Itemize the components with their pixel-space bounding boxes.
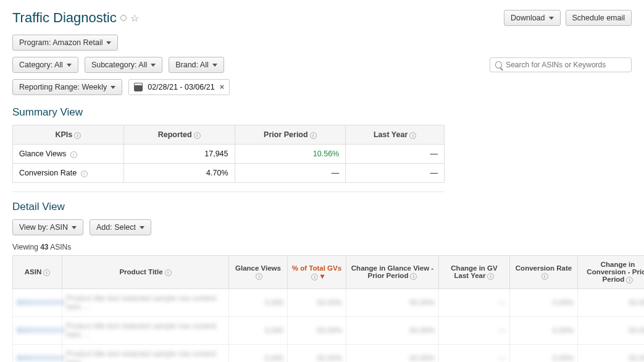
info-icon[interactable]: i <box>409 132 416 139</box>
cell-title: Product title text redacted sample row c… <box>62 289 229 317</box>
program-filter-label: Program: Amazon Retail <box>19 38 102 47</box>
info-icon[interactable]: i <box>626 277 633 284</box>
divider <box>12 192 445 192</box>
cell-title: Product title text redacted sample row c… <box>62 345 229 363</box>
reporting-range-label: Reporting Range: Weekly <box>19 83 107 91</box>
view-by-filter[interactable]: View by: ASIN <box>12 219 83 235</box>
cell-gv: 0,000 <box>229 317 288 345</box>
cell-title: Product title text redacted sample row c… <box>62 317 229 345</box>
cell-chg-prior: 00.00% <box>346 289 439 317</box>
summary-row: Conversion Rate i4.70%—— <box>13 164 445 183</box>
date-range-text: 02/28/21 - 03/06/21 <box>148 83 214 91</box>
info-icon[interactable]: i <box>43 269 50 276</box>
table-row: B00XXXXXXXProduct title text redacted sa… <box>13 345 645 363</box>
subcategory-filter[interactable]: Subcategory: All <box>85 57 162 73</box>
date-range-picker[interactable]: 02/28/21 - 03/06/21 × <box>128 79 230 95</box>
cell-chg-ly: — <box>439 345 510 363</box>
kpi-label: Conversion Rate i <box>13 164 124 183</box>
info-icon[interactable]: i <box>310 132 317 139</box>
cell-chg-conv: 00.00% <box>578 289 645 317</box>
summary-row: Glance Views i17,94510.56%— <box>13 145 445 164</box>
clear-date-icon[interactable]: × <box>220 83 224 91</box>
chevron-down-icon <box>151 64 156 67</box>
chevron-down-icon <box>72 226 77 229</box>
info-icon[interactable]: i <box>410 273 417 280</box>
cell-asin: B00XXXXXXX <box>13 317 62 345</box>
reporting-range-filter[interactable]: Reporting Range: Weekly <box>12 79 122 95</box>
kpi-label: Glance Views i <box>13 145 124 164</box>
sort-desc-icon: ▾ <box>320 272 324 280</box>
info-icon[interactable]: i <box>165 269 172 276</box>
download-button[interactable]: Download <box>504 10 561 26</box>
kpi-reported: 17,945 <box>123 145 235 164</box>
cell-chg-prior: 00.00% <box>346 317 439 345</box>
cell-pct: 00.00% <box>288 289 346 317</box>
schedule-email-label: Schedule email <box>572 14 625 22</box>
col-reported[interactable]: Reportedi <box>123 125 235 145</box>
col-pct-total-gvs[interactable]: % of Total GVsi ▾ <box>288 256 346 289</box>
cell-gv: 0,000 <box>229 345 288 363</box>
col-asin[interactable]: ASINi <box>13 256 62 289</box>
col-product-title[interactable]: Product Titlei <box>62 256 229 289</box>
col-kpis[interactable]: KPIsi <box>13 125 124 145</box>
add-select-label: Add: Select <box>96 223 136 232</box>
col-prior[interactable]: Prior Periodi <box>235 125 346 145</box>
schedule-email-button[interactable]: Schedule email <box>566 10 632 26</box>
col-last-year[interactable]: Last Yeari <box>346 125 445 145</box>
cell-gv: 0,000 <box>229 289 288 317</box>
chevron-down-icon <box>111 86 115 89</box>
col-change-gv-prior[interactable]: Change in Glance View - Prior Periodi <box>346 256 439 289</box>
page-title: Traffic Diagnostic <box>12 10 117 26</box>
brand-filter[interactable]: Brand: All <box>169 57 224 73</box>
col-conversion-rate[interactable]: Conversion Ratei <box>510 256 578 289</box>
cell-chg-ly: — <box>439 289 510 317</box>
add-select-filter[interactable]: Add: Select <box>90 219 151 235</box>
info-icon[interactable]: i <box>194 132 201 139</box>
category-filter-label: Category: All <box>19 61 63 69</box>
kpi-prior: — <box>235 164 346 183</box>
subcategory-filter-label: Subcategory: All <box>91 61 147 69</box>
chevron-down-icon <box>212 64 217 67</box>
chevron-down-icon <box>106 41 111 44</box>
summary-view-title: Summary View <box>12 106 632 119</box>
cell-asin: B00XXXXXXX <box>13 289 62 317</box>
info-icon[interactable]: i <box>311 274 318 280</box>
search-input[interactable] <box>506 61 626 69</box>
cell-asin: B00XXXXXXX <box>13 345 62 363</box>
cell-chg-prior: 00.00% <box>346 345 439 363</box>
kpi-prior: 10.56% <box>235 145 346 164</box>
info-icon[interactable]: i <box>81 170 88 177</box>
chevron-down-icon <box>549 17 554 20</box>
cell-conv: 0.00% <box>510 317 578 345</box>
col-change-gv-ly[interactable]: Change in GV Last Yeari <box>439 256 510 289</box>
status-dot-icon <box>120 15 127 21</box>
search-icon <box>495 61 502 69</box>
cell-chg-conv: 00.00% <box>578 317 645 345</box>
category-filter[interactable]: Category: All <box>12 57 78 73</box>
chevron-down-icon <box>140 226 144 229</box>
info-icon[interactable]: i <box>542 273 548 280</box>
info-icon[interactable]: i <box>70 151 77 158</box>
summary-table: KPIsi Reportedi Prior Periodi Last Yeari… <box>12 125 445 183</box>
search-box[interactable] <box>490 57 632 72</box>
cell-pct: 00.00% <box>288 317 346 345</box>
col-change-conv-prior[interactable]: Change in Conversion - Prior Periodi <box>578 256 645 289</box>
info-icon[interactable]: i <box>487 273 494 280</box>
view-by-label: View by: ASIN <box>19 223 68 232</box>
info-icon[interactable]: i <box>256 273 262 280</box>
detail-table: ASINi Product Titlei Glance Viewsi % of … <box>12 255 644 362</box>
chevron-down-icon <box>67 64 72 67</box>
calendar-icon <box>134 83 143 91</box>
kpi-reported: 4.70% <box>123 164 235 183</box>
download-label: Download <box>511 14 545 22</box>
cell-chg-ly: — <box>439 317 510 345</box>
info-icon[interactable]: i <box>74 132 81 139</box>
table-row: B00XXXXXXXProduct title text redacted sa… <box>13 317 645 345</box>
detail-view-title: Detail View <box>12 201 632 213</box>
col-glance-views[interactable]: Glance Viewsi <box>229 256 288 289</box>
cell-chg-conv: 00.00% <box>578 345 645 363</box>
brand-filter-label: Brand: All <box>175 61 209 69</box>
favorite-star-icon[interactable]: ☆ <box>130 12 139 24</box>
table-row: B00XXXXXXXProduct title text redacted sa… <box>13 289 645 317</box>
program-filter[interactable]: Program: Amazon Retail <box>12 35 118 51</box>
